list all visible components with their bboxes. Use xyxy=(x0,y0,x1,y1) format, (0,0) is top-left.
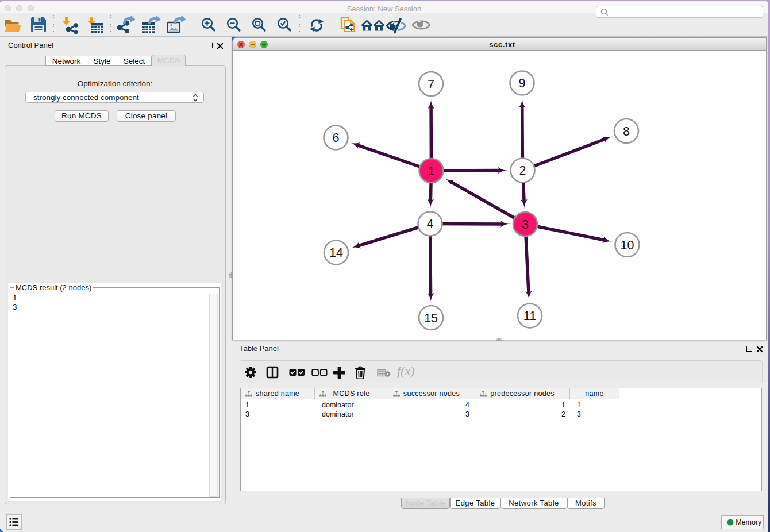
svg-text:2: 2 xyxy=(519,164,526,178)
svg-text:8: 8 xyxy=(623,125,630,138)
svg-text:7: 7 xyxy=(428,78,434,91)
svg-text:4: 4 xyxy=(427,217,434,231)
svg-text:10: 10 xyxy=(621,238,634,252)
svg-text:9: 9 xyxy=(519,76,526,90)
svg-text:3: 3 xyxy=(522,218,529,232)
svg-text:1: 1 xyxy=(428,164,435,178)
svg-text:11: 11 xyxy=(523,309,536,323)
svg-text:6: 6 xyxy=(333,131,340,145)
svg-text:14: 14 xyxy=(329,246,343,260)
svg-text:15: 15 xyxy=(424,311,438,325)
